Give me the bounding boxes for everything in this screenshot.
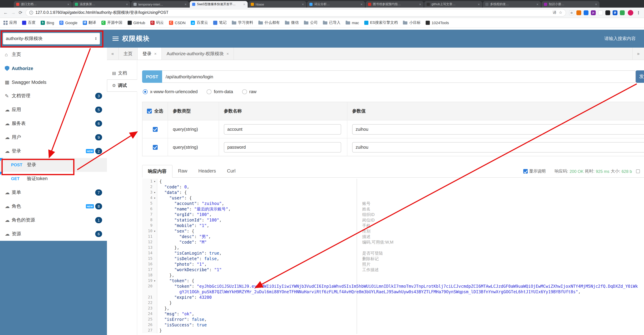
param-value-input[interactable]: zuihou [352, 124, 644, 134]
bookmark-item[interactable]: 公司 [304, 20, 318, 25]
bookmark-item[interactable]: 百度 [22, 20, 36, 25]
sidebar-item[interactable]: ☁菜单7 [0, 186, 107, 200]
sidebar-item[interactable]: ☁角色的资源1 [0, 213, 107, 227]
browser-tab[interactable]: 接口文档…× [14, 1, 72, 8]
bookmark-item[interactable]: mac [346, 20, 359, 25]
fold-caret-icon[interactable]: ▾ [152, 195, 157, 201]
tab-close-icon[interactable]: × [536, 2, 538, 6]
bookmark-item[interactable]: C开源中国 [101, 20, 122, 25]
doc-tab[interactable]: Authorize-authority-权限模块× [162, 48, 234, 60]
bookmark-item[interactable]: 已导入 [323, 20, 340, 25]
extension-icon-2[interactable] [584, 10, 588, 15]
extension-icon-7[interactable] [620, 10, 625, 15]
tabs-scroll-left-icon[interactable]: « [107, 48, 119, 60]
bookmark-item[interactable]: 1024Tools [426, 20, 449, 25]
browser-tab[interactable]: SaaS型微服务快速开发平…× [190, 1, 248, 8]
bookmark-item[interactable]: GGoogle [59, 20, 78, 25]
tab-close-icon[interactable]: × [478, 2, 480, 6]
tab-close-icon[interactable]: × [419, 2, 421, 6]
browser-tab[interactable]: hbase× [248, 1, 306, 8]
fullscreen-icon[interactable] [636, 170, 640, 173]
tab-close-icon[interactable]: × [243, 2, 245, 6]
tab-close-icon[interactable]: × [184, 2, 186, 6]
doc-tab[interactable]: 登录× [138, 48, 162, 60]
search-input[interactable]: 请输入搜索内容 [604, 36, 636, 42]
param-name-input[interactable]: password [224, 142, 341, 152]
tab-close-icon[interactable]: × [360, 2, 362, 6]
extension-icon-1[interactable] [576, 10, 581, 15]
profile-avatar[interactable] [628, 10, 633, 15]
bookmark-item[interactable]: bBing [41, 20, 54, 25]
select-all-checkbox[interactable] [147, 109, 152, 114]
tab-close-icon[interactable]: × [154, 51, 156, 56]
page-info-icon[interactable]: i [29, 11, 33, 14]
sidebar-item-post[interactable]: POST登录 [0, 158, 107, 172]
forward-icon[interactable]: → [11, 10, 16, 15]
translate-icon[interactable]: 译 [552, 10, 556, 15]
bookmark-item[interactable]: G码云 [150, 20, 164, 25]
side-panel-icon[interactable]: ▥ [569, 10, 574, 15]
reload-icon[interactable]: ⟳ [19, 10, 22, 15]
sidebar-item[interactable]: ✎文档管理3 [0, 89, 107, 103]
response-tab[interactable]: Curl [222, 164, 241, 177]
fold-caret-icon[interactable]: ▾ [152, 228, 157, 234]
side-tab-debug[interactable]: ⚙调试 [107, 79, 137, 92]
sidebar-item[interactable]: ☁登录NEW2 [0, 144, 107, 158]
bookmark-item[interactable]: ☁百度云 [191, 20, 208, 25]
bookmark-star-icon[interactable]: ☆ [559, 10, 562, 15]
response-tab[interactable]: Raw [172, 164, 193, 177]
content-type-option[interactable]: x-www-form-urlencoded [143, 89, 198, 94]
bookmark-item[interactable]: 应用 [4, 20, 17, 25]
sidebar-item[interactable]: ☁资源6 [0, 227, 107, 241]
bookmark-item[interactable]: 小目标 [403, 20, 421, 25]
param-name-input[interactable]: account [224, 124, 341, 134]
browser-tab[interactable]: 温度换算…× [72, 1, 130, 8]
tab-close-icon[interactable]: × [126, 2, 128, 6]
browser-tab[interactable]: 知识小册…× [542, 1, 600, 8]
bookmark-item[interactable]: 学习资料 [232, 20, 253, 25]
bookmark-item[interactable]: 什么都有 [258, 20, 280, 25]
browser-tab[interactable]: 词云分析…× [307, 1, 365, 8]
browser-tab[interactable]: 多线程的使…× [483, 1, 541, 8]
sidebar-item[interactable]: ☁服务表6 [0, 116, 107, 130]
browser-tab[interactable]: temporary-interi…× [131, 1, 189, 8]
response-tab[interactable]: Headers [193, 164, 222, 177]
bookmark-item[interactable]: 译翻译 [82, 20, 96, 25]
show-desc-checkbox[interactable] [523, 169, 528, 174]
doc-tab[interactable]: 主页 [119, 48, 138, 60]
sidebar-item[interactable]: ▦Swagger Models [0, 75, 107, 89]
fold-caret-icon[interactable]: ▾ [152, 278, 157, 284]
address-bar[interactable]: i 127.0.0.1:8760/api/gate/doc.html#/auth… [26, 9, 566, 16]
sidebar-item[interactable]: ☁应用5 [0, 103, 107, 116]
tabs-scroll-right-icon[interactable]: » [632, 48, 644, 60]
bookmark-item[interactable]: 微信 [285, 20, 299, 25]
content-type-option[interactable]: form-data [206, 89, 233, 94]
tab-close-icon[interactable]: × [67, 2, 69, 6]
tab-close-icon[interactable]: × [226, 51, 229, 56]
bookmark-item[interactable]: ES搜索引擎文档 [364, 20, 398, 25]
browser-menu-icon[interactable]: ⋮ [636, 10, 640, 15]
side-tab-document[interactable]: ▤文档 [107, 67, 137, 79]
tab-close-icon[interactable]: × [302, 2, 304, 6]
extension-icon-5[interactable] [605, 10, 610, 15]
browser-tab[interactable]: github上写文章…× [424, 1, 482, 8]
radio-icon[interactable] [206, 89, 212, 94]
sidebar-item[interactable]: Authorize [0, 62, 107, 75]
bookmark-item[interactable]: 笔记 [213, 20, 226, 25]
response-body-viewer[interactable]: 1▾{2 "code": 0,3▾ "data": {4▾ "user": {5… [142, 179, 644, 334]
group-select[interactable]: authority-权限模块 ▲▼ [3, 33, 100, 44]
browser-tab[interactable]: 图书馆参观预约指…× [366, 1, 424, 8]
send-button[interactable]: 发 [636, 70, 644, 83]
param-value-input[interactable]: zuihou [352, 142, 644, 152]
content-type-option[interactable]: raw [242, 89, 256, 94]
sidebar-item[interactable]: ⌂主页 [0, 48, 107, 62]
tab-close-icon[interactable]: × [595, 2, 597, 6]
row-checkbox[interactable] [153, 127, 158, 132]
extension-icon-3[interactable]: js [591, 10, 596, 15]
extension-icon-4[interactable] [598, 10, 603, 15]
request-path-input[interactable]: /api/authority/anno/login [162, 70, 636, 83]
radio-icon[interactable] [143, 89, 148, 94]
bookmark-item[interactable]: GitHub [128, 20, 145, 25]
bookmark-item[interactable]: CCSDN [169, 20, 186, 25]
extension-icon-6[interactable]: 拼 [612, 10, 618, 15]
